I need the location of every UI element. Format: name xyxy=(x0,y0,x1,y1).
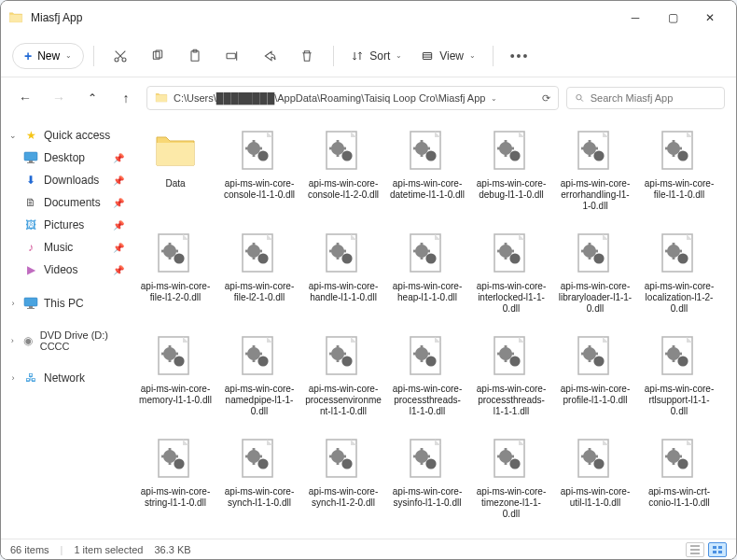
plus-icon: + xyxy=(24,49,32,63)
file-item[interactable]: api-ms-win-core-file-l2-1-0.dll xyxy=(219,229,299,329)
file-list[interactable]: Dataapi-ms-win-core-console-l1-1-0.dllap… xyxy=(132,119,736,539)
dvd-icon: ◉ xyxy=(21,333,34,348)
file-item[interactable]: api-ms-win-core-processenvironment-l1-1-… xyxy=(303,331,383,432)
new-button[interactable]: + New ⌄ xyxy=(12,43,84,69)
network-label: Network xyxy=(44,371,85,385)
sort-icon xyxy=(351,49,364,63)
file-item[interactable]: api-ms-win-core-memory-l1-1-0.dll xyxy=(135,331,216,432)
main: ⌄ ★ Quick access Desktop 📌 ⬇ Downloads 📌… xyxy=(1,119,736,539)
new-label: New xyxy=(37,49,60,63)
maximize-button[interactable]: ▢ xyxy=(665,10,680,25)
search-icon xyxy=(575,92,585,104)
view-button[interactable]: View ⌄ xyxy=(413,46,483,66)
file-label: api-ms-win-core-debug-l1-1-0.dll xyxy=(473,178,549,201)
file-item[interactable]: api-ms-win-core-libraryloader-l1-1-0.dll xyxy=(555,229,635,329)
star-icon: ★ xyxy=(23,128,38,143)
dll-icon xyxy=(657,232,702,277)
file-label: api-ms-win-core-processenvironment-l1-1-… xyxy=(305,384,382,417)
refresh-button[interactable]: ⟳ xyxy=(542,92,550,105)
sidebar-item-quick-access[interactable]: ⌄ ★ Quick access xyxy=(3,124,130,147)
paste-button[interactable] xyxy=(178,41,212,71)
file-item[interactable]: api-ms-win-core-handle-l1-1-0.dll xyxy=(303,229,383,329)
file-label: api-ms-win-core-util-l1-1-0.dll xyxy=(557,486,633,509)
file-item[interactable]: api-ms-win-core-localization-l1-2-0.dll xyxy=(639,229,719,329)
file-item[interactable]: api-ms-win-core-heap-l1-1-0.dll xyxy=(387,229,467,329)
chevron-down-icon: ⌄ xyxy=(396,51,402,60)
sort-button[interactable]: Sort ⌄ xyxy=(343,46,410,66)
file-item[interactable]: api-ms-win-core-datetime-l1-1-0.dll xyxy=(387,126,467,227)
up-button[interactable]: ⌃ xyxy=(79,85,105,111)
sidebar-item-documents[interactable]: 🗎 Documents 📌 xyxy=(3,191,130,214)
sidebar-item-this-pc[interactable]: › This PC xyxy=(3,292,130,315)
file-item[interactable]: api-ms-win-core-debug-l1-1-0.dll xyxy=(471,126,551,227)
file-item[interactable]: api-ms-win-core-synch-l1-2-0.dll xyxy=(303,434,383,535)
sidebar-item-downloads[interactable]: ⬇ Downloads 📌 xyxy=(3,169,130,191)
minimize-button[interactable]: ─ xyxy=(628,10,643,25)
dll-icon xyxy=(405,232,450,277)
dll-icon xyxy=(321,438,366,483)
sidebar-item-pictures[interactable]: 🖼 Pictures 📌 xyxy=(3,214,130,236)
forward-button[interactable]: → xyxy=(46,85,72,111)
file-item[interactable]: api-ms-win-core-processthreads-l1-1-0.dl… xyxy=(387,331,467,432)
dll-icon xyxy=(657,438,702,483)
selected-size: 36.3 KB xyxy=(154,544,190,555)
rename-button[interactable] xyxy=(216,41,249,71)
delete-button[interactable] xyxy=(290,41,324,71)
cut-button[interactable] xyxy=(104,41,137,71)
dll-icon xyxy=(237,335,282,380)
music-icon: ♪ xyxy=(23,240,38,255)
file-item[interactable]: api-ms-win-core-file-l1-2-0.dll xyxy=(135,229,216,329)
dll-icon xyxy=(153,335,198,380)
file-item[interactable]: api-ms-win-core-errorhandling-l1-1-0.dll xyxy=(555,126,635,227)
file-item[interactable]: api-ms-win-core-timezone-l1-1-0.dll xyxy=(471,434,551,535)
dll-icon xyxy=(405,335,450,380)
file-item[interactable]: api-ms-win-core-string-l1-1-0.dll xyxy=(135,434,216,535)
paste-icon xyxy=(188,49,202,63)
file-label: api-ms-win-core-file-l1-1-0.dll xyxy=(641,178,717,201)
address-input[interactable]: C:\Users\████████\AppData\Roaming\Taisiq… xyxy=(146,86,559,110)
search-box[interactable] xyxy=(566,87,725,109)
file-item[interactable]: api-ms-win-core-synch-l1-1-0.dll xyxy=(219,434,299,535)
copy-button[interactable] xyxy=(141,41,174,71)
up-one-level-button[interactable]: ↑ xyxy=(113,85,139,111)
file-item[interactable]: api-ms-win-core-interlocked-l1-1-0.dll xyxy=(471,229,551,329)
dll-icon xyxy=(237,130,282,175)
file-label: api-ms-win-crt-conio-l1-1-0.dll xyxy=(641,486,717,509)
search-input[interactable] xyxy=(591,92,716,104)
file-label: api-ms-win-core-namedpipe-l1-1-0.dll xyxy=(221,384,298,417)
this-pc-label: This PC xyxy=(44,297,84,310)
icons-view-button[interactable] xyxy=(708,542,727,557)
sidebar-item-network[interactable]: › 🖧 Network xyxy=(3,367,130,389)
file-item[interactable]: api-ms-win-core-namedpipe-l1-1-0.dll xyxy=(219,331,299,432)
dll-icon xyxy=(489,232,534,277)
more-icon: ••• xyxy=(510,49,530,63)
file-item[interactable]: api-ms-win-core-profile-l1-1-0.dll xyxy=(555,331,635,432)
file-item[interactable]: api-ms-win-core-util-l1-1-0.dll xyxy=(555,434,635,535)
dll-icon xyxy=(405,130,450,175)
file-item[interactable]: api-ms-win-core-sysinfo-l1-1-0.dll xyxy=(387,434,467,535)
sidebar-item-videos[interactable]: ▶ Videos 📌 xyxy=(3,259,130,281)
sidebar-item-music[interactable]: ♪ Music 📌 xyxy=(3,236,130,259)
file-item[interactable]: api-ms-win-core-processthreads-l1-1-1.dl… xyxy=(471,331,551,432)
folder-item[interactable]: Data xyxy=(135,126,216,227)
file-item[interactable]: api-ms-win-crt-conio-l1-1-0.dll xyxy=(639,434,719,535)
close-button[interactable]: ✕ xyxy=(702,10,717,25)
dll-icon xyxy=(405,438,450,483)
sidebar-item-dvd[interactable]: › ◉ DVD Drive (D:) CCCC xyxy=(3,326,130,356)
svg-rect-19 xyxy=(713,546,716,549)
toolbar: + New ⌄ Sort ⌄ View ⌄ ••• xyxy=(1,35,736,77)
file-item[interactable]: api-ms-win-core-file-l1-1-0.dll xyxy=(639,126,719,227)
more-button[interactable]: ••• xyxy=(503,41,536,71)
dll-icon xyxy=(321,232,366,277)
share-button[interactable] xyxy=(253,41,286,71)
details-view-button[interactable] xyxy=(686,542,704,557)
delete-icon xyxy=(299,49,314,63)
back-button[interactable]: ← xyxy=(12,85,38,111)
svg-rect-17 xyxy=(424,52,432,59)
file-item[interactable]: api-ms-win-core-console-l1-1-0.dll xyxy=(219,126,299,227)
file-item[interactable]: api-ms-win-core-rtlsupport-l1-1-0.dll xyxy=(639,331,719,432)
file-item[interactable]: api-ms-win-core-console-l1-2-0.dll xyxy=(303,126,383,227)
sidebar-item-desktop[interactable]: Desktop 📌 xyxy=(3,147,130,169)
file-label: api-ms-win-core-timezone-l1-1-0.dll xyxy=(473,486,549,520)
svg-rect-16 xyxy=(227,53,235,58)
